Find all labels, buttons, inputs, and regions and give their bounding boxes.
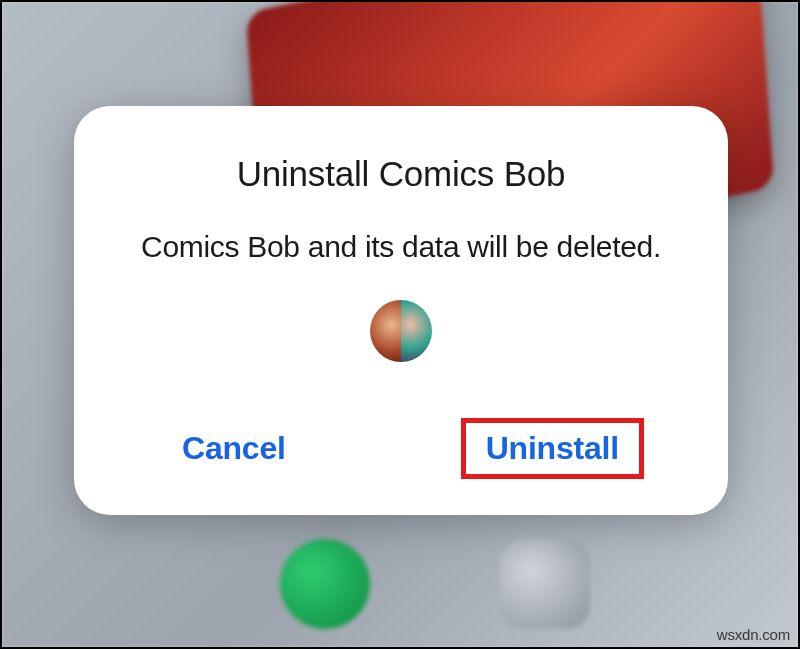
dialog-actions: Cancel Uninstall bbox=[118, 418, 684, 487]
cancel-button[interactable]: Cancel bbox=[158, 418, 310, 479]
dialog-body: Comics Bob and its data will be deleted. bbox=[118, 230, 684, 264]
dock-camera-icon bbox=[500, 539, 590, 629]
uninstall-button[interactable]: Uninstall bbox=[461, 418, 644, 479]
comics-bob-app-icon bbox=[370, 300, 432, 362]
watermark-text: wsxdn.com bbox=[717, 626, 790, 643]
dock-phone-icon bbox=[280, 539, 370, 629]
uninstall-dialog: Uninstall Comics Bob Comics Bob and its … bbox=[74, 106, 728, 515]
app-icon-container bbox=[118, 300, 684, 362]
dialog-title: Uninstall Comics Bob bbox=[118, 154, 684, 194]
